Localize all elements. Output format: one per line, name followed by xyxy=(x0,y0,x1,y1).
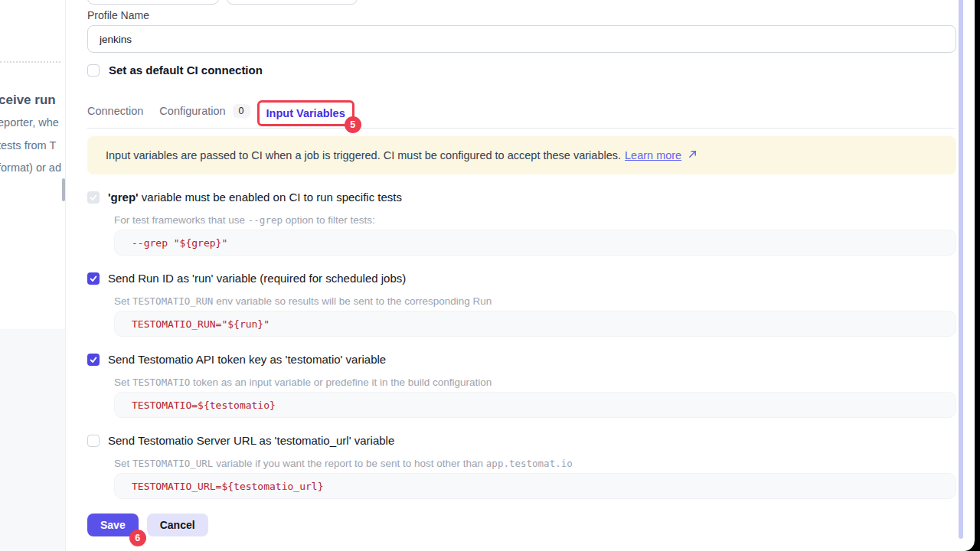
ci-connection-panel: Profile Name Set as default CI connectio… xyxy=(65,0,959,551)
tab-bar: Connection Configuration 0 Input Variabl… xyxy=(87,93,956,129)
variable-helper-text: Set TESTOMATIO token as an input variabl… xyxy=(87,377,956,388)
tab-connection[interactable]: Connection xyxy=(87,105,143,117)
input-variable-section: Send Run ID as 'run' variable (required … xyxy=(87,272,956,337)
tab-configuration[interactable]: Configuration xyxy=(159,105,225,117)
input-variable-section: Send Testomatio API token key as 'testom… xyxy=(87,353,956,418)
configuration-count-badge: 0 xyxy=(233,104,250,118)
variable-checkbox[interactable] xyxy=(87,191,100,204)
background-page-strip: ceive run eporter, whe tests from T form… xyxy=(0,0,65,551)
panel-scrollbar-thumb[interactable] xyxy=(959,0,963,539)
profile-name-input[interactable] xyxy=(87,25,956,53)
variable-helper-text: Set TESTOMATIO_URL variable if you want … xyxy=(87,458,956,469)
default-ci-checkbox[interactable] xyxy=(87,64,100,77)
variable-checkbox[interactable] xyxy=(87,272,100,285)
variable-helper-text: For test frameworks that use --grep opti… xyxy=(87,214,956,226)
annotation-badge-5: 5 xyxy=(345,116,361,133)
input-variable-section: Send Testomatio Server URL as 'testomati… xyxy=(87,434,956,499)
variable-code: TESTOMATIO_RUN="${run}" xyxy=(132,318,270,330)
variable-checkbox[interactable] xyxy=(87,354,100,366)
variable-code-block: --grep "${grep}" xyxy=(114,230,956,256)
variable-code: TESTOMATIO_URL=${testomatio_url} xyxy=(132,481,323,492)
variable-label: Send Testomatio API token key as 'testom… xyxy=(108,353,386,366)
save-button[interactable]: Save 6 xyxy=(87,514,139,536)
info-banner-text: Input variables are passed to CI when a … xyxy=(106,149,621,161)
variable-helper-text: Set TESTOMATIO_RUN env variable so resul… xyxy=(87,295,956,307)
variable-code-block: TESTOMATIO_RUN="${run}" xyxy=(114,311,956,337)
variable-code: --grep "${grep}" xyxy=(132,237,227,249)
tab-highlight-annotation: Input Variables 5 xyxy=(257,100,354,126)
variable-code: TESTOMATIO=${testomatio} xyxy=(132,399,276,411)
app-window: ceive run eporter, whe tests from T form… xyxy=(0,0,975,551)
dashed-divider xyxy=(0,61,60,63)
cancel-button[interactable]: Cancel xyxy=(147,514,208,536)
background-text-fragment: format) or ad xyxy=(0,161,61,174)
variable-code-block: TESTOMATIO=${testomatio} xyxy=(114,392,956,418)
variable-checkbox[interactable] xyxy=(87,435,100,447)
variable-code-block: TESTOMATIO_URL=${testomatio_url} xyxy=(114,473,956,499)
annotation-badge-6: 6 xyxy=(129,530,146,546)
learn-more-link[interactable]: Learn more xyxy=(625,149,681,161)
variable-label: 'grep' variable must be enabled on CI to… xyxy=(108,191,402,204)
profile-name-label: Profile Name xyxy=(87,9,956,21)
cutoff-field-1[interactable] xyxy=(87,0,219,5)
input-variable-section: 'grep' variable must be enabled on CI to… xyxy=(87,191,956,256)
variable-label: Send Run ID as 'run' variable (required … xyxy=(108,272,406,285)
default-ci-label: Set as default CI connection xyxy=(109,64,263,77)
input-variables-list: 'grep' variable must be enabled on CI to… xyxy=(87,191,956,499)
external-link-icon[interactable] xyxy=(688,149,697,161)
background-heading-fragment: ceive run xyxy=(0,93,56,108)
variable-label: Send Testomatio Server URL as 'testomati… xyxy=(108,434,394,447)
background-text-fragment: tests from T xyxy=(0,139,56,152)
info-banner: Input variables are passed to CI when a … xyxy=(87,136,956,174)
cutoff-field-2[interactable] xyxy=(227,0,358,5)
tab-input-variables[interactable]: Input Variables xyxy=(266,107,345,119)
background-text-fragment: eporter, whe xyxy=(0,116,59,129)
background-lower-panel xyxy=(0,329,65,551)
